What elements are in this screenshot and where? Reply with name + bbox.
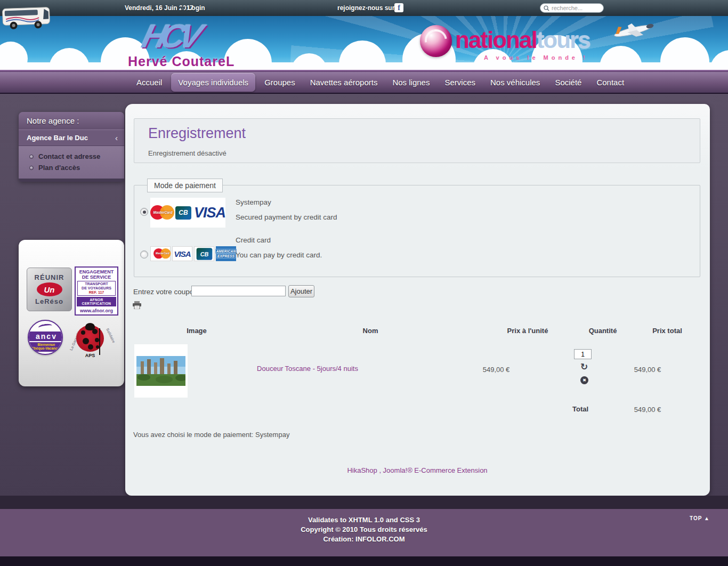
reunir-lereso-logo: RÉUNIR Un LeRéso bbox=[27, 268, 72, 311]
ancv-logo: ancv Bienvenue Chèque-Vacances bbox=[28, 320, 63, 355]
search-input[interactable] bbox=[552, 5, 600, 11]
back-to-top-link[interactable]: TOP ▲ bbox=[690, 515, 710, 521]
visa-label: VISA bbox=[174, 249, 190, 258]
social-label: rejoignez-nous sur bbox=[337, 4, 394, 12]
systempay-cards-image: MasterCard CB VISA bbox=[150, 198, 225, 228]
footer-bottom-strip bbox=[0, 556, 728, 566]
mastercard-label: MasterCard bbox=[151, 211, 175, 214]
nav-item-groupes[interactable]: Groupes bbox=[258, 74, 301, 91]
product-name-link[interactable]: Douceur Toscane - 5jours/4 nuits bbox=[257, 365, 358, 373]
ancv-subtitle: Bienvenue Chèque-Vacances bbox=[29, 342, 63, 352]
search-icon bbox=[544, 5, 549, 11]
separator-dot bbox=[181, 6, 184, 10]
afnor-title: ENGAGEMENT bbox=[77, 269, 116, 274]
cb-icon: CB bbox=[175, 206, 191, 220]
reunir-oval-icon: Un bbox=[37, 282, 62, 296]
col-header-prix-unite: Prix à l'unité bbox=[507, 327, 548, 335]
cb-icon: CB bbox=[194, 246, 214, 261]
mastercard-label: MasterCard bbox=[154, 252, 171, 255]
aps-solidaire-label: Solidaire bbox=[106, 328, 116, 344]
page-body: Notre agence : Agence Bar le Duc ‹ Conta… bbox=[0, 94, 728, 496]
brand-national: national bbox=[455, 27, 537, 53]
main-navigation: Accueil Voyages individuels Groupes Nave… bbox=[0, 72, 728, 94]
total-label: Total bbox=[572, 405, 588, 413]
unit-price: 549,00 € bbox=[483, 366, 510, 374]
main-content: Enregistrement Enregistrement désactivé … bbox=[125, 104, 710, 496]
delete-item-icon[interactable]: ✖ bbox=[580, 376, 588, 384]
header-banner: HCV Hervé CoutareL nationaltours A vous … bbox=[0, 16, 728, 70]
coupon-label: Entrez votre coupon bbox=[133, 288, 198, 296]
credit-separator: , bbox=[377, 466, 383, 474]
hcv-name: Hervé CoutareL bbox=[128, 54, 277, 69]
hcv-acronym: HCV bbox=[123, 17, 282, 55]
bullet-icon bbox=[29, 166, 34, 170]
ancv-sub1: Bienvenue bbox=[29, 343, 63, 346]
sidebar-item-contact-et-adresse[interactable]: Contact et adresse bbox=[19, 151, 124, 162]
refresh-quantity-icon[interactable]: ↻ bbox=[580, 363, 588, 371]
top-arrow-icon: ▲ bbox=[704, 515, 710, 521]
col-header-prix-total: Prix total bbox=[652, 327, 682, 335]
nav-item-societe[interactable]: Société bbox=[549, 74, 587, 91]
ancv-sub2: Chèque-Vacances bbox=[29, 346, 63, 350]
lereso-label: LeRéso bbox=[35, 297, 63, 305]
footer-creation: Création: INFOLOR.COM bbox=[0, 535, 728, 543]
add-coupon-button[interactable]: Ajouter bbox=[288, 285, 314, 297]
certification-badges: RÉUNIR Un LeRéso ENGAGEMENT DE SERVICE T… bbox=[19, 240, 124, 386]
nav-item-accueil[interactable]: Accueil bbox=[131, 74, 168, 91]
agency-submenu: Contact et adresse Plan d'accès bbox=[19, 146, 124, 182]
chevron-left-icon: ‹ bbox=[115, 130, 118, 145]
login-link[interactable]: Login bbox=[188, 4, 205, 12]
payment-option-description: You can pay by credit card. bbox=[236, 251, 322, 259]
nav-item-navettes-aeroports[interactable]: Navettes aéroports bbox=[304, 74, 384, 91]
row-total-price: 549,00 € bbox=[634, 366, 661, 374]
ancv-label: ancv bbox=[29, 331, 63, 341]
quantity-input[interactable] bbox=[574, 349, 592, 359]
col-header-image: Image bbox=[187, 327, 207, 335]
brand-tours: tours bbox=[537, 27, 590, 53]
payment-option-description: Secured payment by credit card bbox=[236, 213, 337, 221]
product-image[interactable] bbox=[134, 344, 188, 398]
hikashop-link[interactable]: HikaShop bbox=[347, 466, 377, 474]
cb-label: CB bbox=[200, 250, 208, 257]
agency-label: Agence Bar le Duc bbox=[27, 130, 88, 145]
cloud-band bbox=[0, 62, 728, 70]
nav-item-nos-lignes[interactable]: Nos lignes bbox=[386, 74, 435, 91]
aps-label: APS bbox=[76, 353, 104, 358]
brand-tagline: A vous le Monde ! bbox=[484, 54, 588, 61]
amex-line2: EXPRESS bbox=[216, 254, 236, 258]
mastercard-icon: MasterCard bbox=[150, 246, 171, 261]
afnor-ref: REF. 117 bbox=[78, 290, 115, 295]
sidebar-link-label: Contact et adresse bbox=[38, 152, 100, 160]
creditcard-cards-image: MasterCard VISA CB AMERICAN EXPRESS bbox=[150, 246, 236, 261]
footer-copyright: Copyright © 2010 Tous droits réservés bbox=[0, 525, 728, 533]
print-icon[interactable] bbox=[133, 301, 141, 309]
afnor-voyageurs: DE VOYAGEURS bbox=[78, 286, 115, 290]
footer-validates: Validates to XHTML 1.0 and CSS 3 bbox=[0, 516, 728, 524]
footer: Validates to XHTML 1.0 and CSS 3 Copyrig… bbox=[0, 509, 728, 556]
coupon-input[interactable] bbox=[191, 286, 286, 296]
sidebar-title: Notre agence : bbox=[19, 112, 124, 130]
sidebar-item-agence-bar-le-duc[interactable]: Agence Bar le Duc ‹ bbox=[19, 130, 124, 146]
nav-item-nos-vehicules[interactable]: Nos véhicules bbox=[484, 74, 546, 91]
tuscany-photo bbox=[136, 356, 185, 386]
facebook-icon[interactable]: f bbox=[394, 3, 403, 12]
joomla-link[interactable]: Joomla!® E-Commerce Extension bbox=[383, 466, 488, 474]
afnor-title: DE SERVICE bbox=[77, 274, 116, 280]
page-title: Enregistrement bbox=[148, 125, 246, 142]
nationaltours-wordmark: nationaltours bbox=[455, 27, 590, 53]
nav-item-voyages-individuels[interactable]: Voyages individuels bbox=[171, 73, 255, 92]
payment-legend: Mode de paiement bbox=[147, 179, 223, 192]
radio-systempay[interactable] bbox=[140, 208, 148, 216]
globe-icon bbox=[420, 25, 452, 57]
visa-icon: VISA bbox=[194, 205, 225, 221]
nav-item-contact[interactable]: Contact bbox=[591, 74, 630, 91]
radio-credit-card[interactable] bbox=[140, 250, 148, 258]
hcv-logo: HCV Hervé CoutareL bbox=[128, 17, 277, 69]
payment-option-name: Systempay bbox=[236, 198, 271, 206]
nav-item-services[interactable]: Services bbox=[439, 74, 481, 91]
mastercard-icon: MasterCard bbox=[150, 205, 173, 221]
afnor-badge: ENGAGEMENT DE SERVICE TRANSPORT DE VOYAG… bbox=[75, 266, 118, 316]
footer-top-strip bbox=[0, 496, 728, 509]
afnor-certification: AFNOR CERTIFICATION bbox=[77, 297, 116, 306]
sidebar-item-plan-dacces[interactable]: Plan d'accès bbox=[19, 162, 124, 173]
